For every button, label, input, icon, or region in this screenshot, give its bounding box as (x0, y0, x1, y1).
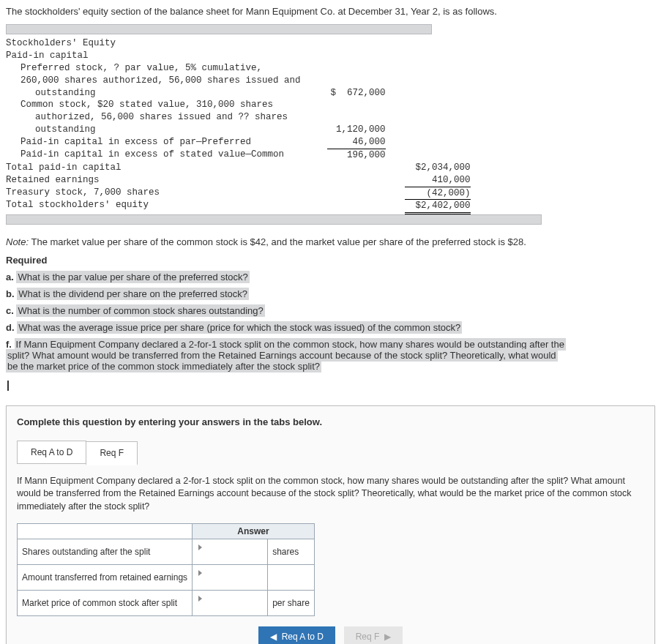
treasury-label: Treasury stock, 7,000 shares (6, 187, 305, 200)
dropdown-icon (198, 544, 202, 550)
answer-panel: Complete this question by entering your … (6, 405, 655, 644)
decorative-bar (6, 24, 432, 34)
pref-amount: $ 672,000 (305, 87, 390, 100)
re-amt: 410,000 (390, 174, 475, 187)
note-prefix: Note: (6, 236, 29, 247)
com-line2: authorized, 56,000 shares issued and ?? … (6, 111, 288, 124)
q-b-text: What is the dividend per share on the pr… (17, 288, 249, 300)
q-d-text: What was the average issue price per sha… (17, 321, 462, 334)
answer-header: Answer (193, 524, 315, 539)
paid-in-label: Paid-in capital (6, 50, 305, 62)
com-line1: Common stock, $20 stated value, 310,000 … (6, 99, 273, 111)
question-f: f. If Mann Equipment Company declared a … (6, 339, 655, 372)
pic-excess-com-amt: 196,000 (327, 149, 386, 162)
re-label: Retained earnings (6, 174, 305, 187)
com-line3: outstanding (6, 124, 96, 136)
row1-unit: shares (268, 539, 315, 565)
se-heading: Stockholders' Equity (6, 37, 305, 50)
total-pic-amt: $2,034,000 (390, 162, 475, 174)
pic-excess-com: Paid-in capital in excess of stated valu… (6, 149, 284, 161)
q-f-prefix: f. (6, 339, 15, 350)
next-button[interactable]: Req F ▶ (344, 626, 403, 644)
table-row: Shares outstanding after the split share… (18, 539, 315, 565)
question-d: d. What was the average issue price per … (6, 322, 655, 333)
dropdown-icon (198, 570, 202, 576)
q-b-prefix: b. (6, 288, 17, 299)
prev-button-label: Req A to D (282, 632, 324, 642)
note-line: Note: The market value per share of the … (6, 236, 655, 247)
table-row: Amount transferred from retained earning… (18, 565, 315, 591)
row1-label: Shares outstanding after the split (18, 539, 193, 565)
prev-button[interactable]: ◀ Req A to D (258, 626, 335, 644)
question-b: b. What is the dividend per share on the… (6, 288, 655, 299)
intro-text: The stockholders' equity section of the … (6, 6, 655, 17)
tabs: Req A to DReq F (17, 441, 644, 465)
note-text: The market value per share of the common… (29, 236, 526, 247)
row2-label: Amount transferred from retained earning… (18, 565, 193, 591)
question-c: c. What is the number of common stock sh… (6, 305, 655, 316)
panel-question-text: If Mann Equipment Company declared a 2-f… (17, 475, 644, 514)
decorative-bar (6, 214, 542, 225)
total-se: Total stockholders' equity (6, 199, 305, 214)
q-f-text3: be the market price of the common stock … (6, 360, 321, 372)
q-a-prefix: a. (6, 272, 16, 282)
tab-req-f[interactable]: Req F (86, 441, 138, 465)
row3-label: Market price of common stock after split (18, 591, 193, 616)
question-a: a. What is the par value per share of th… (6, 272, 655, 282)
pic-excess-pref-amt: 46,000 (305, 136, 390, 149)
pic-excess-pref: Paid-in capital in excess of par—Preferr… (6, 136, 251, 149)
answer-table: Answer Shares outstanding after the spli… (17, 523, 315, 616)
pref-line2: 260,000 shares authorized, 56,000 shares… (6, 75, 301, 87)
com-amount: 1,120,000 (305, 124, 390, 136)
next-button-label: Req F (356, 632, 380, 642)
nav-buttons: ◀ Req A to D Req F ▶ (17, 626, 644, 644)
dropdown-icon (198, 596, 202, 602)
pref-line1: Preferred stock, ? par value, 5% cumulat… (6, 62, 262, 75)
equity-section: Stockholders' Equity Paid-in capital Pre… (6, 24, 655, 225)
market-price-input[interactable] (197, 603, 259, 613)
total-se-amt: $2,402,000 (405, 199, 471, 214)
q-a-text: What is the par value per share of the p… (16, 271, 249, 283)
q-c-text: What is the number of common stock share… (16, 304, 264, 317)
answer-instructions: Complete this question by entering your … (17, 416, 644, 427)
q-d-prefix: d. (6, 322, 17, 333)
row3-unit: per share (268, 591, 315, 616)
treasury-amt: (42,000) (405, 187, 471, 200)
amount-transferred-input[interactable] (197, 577, 259, 588)
q-c-prefix: c. (6, 305, 16, 316)
shares-after-split-input[interactable] (197, 552, 259, 562)
text-cursor-icon (7, 381, 9, 391)
tab-req-a-to-d[interactable]: Req A to D (17, 441, 86, 464)
table-row: Market price of common stock after split… (18, 591, 315, 616)
required-heading: Required (6, 255, 655, 266)
total-pic: Total paid-in capital (6, 162, 305, 174)
pref-line3: outstanding (6, 87, 96, 100)
equity-table: Stockholders' Equity Paid-in capital Pre… (6, 37, 475, 214)
